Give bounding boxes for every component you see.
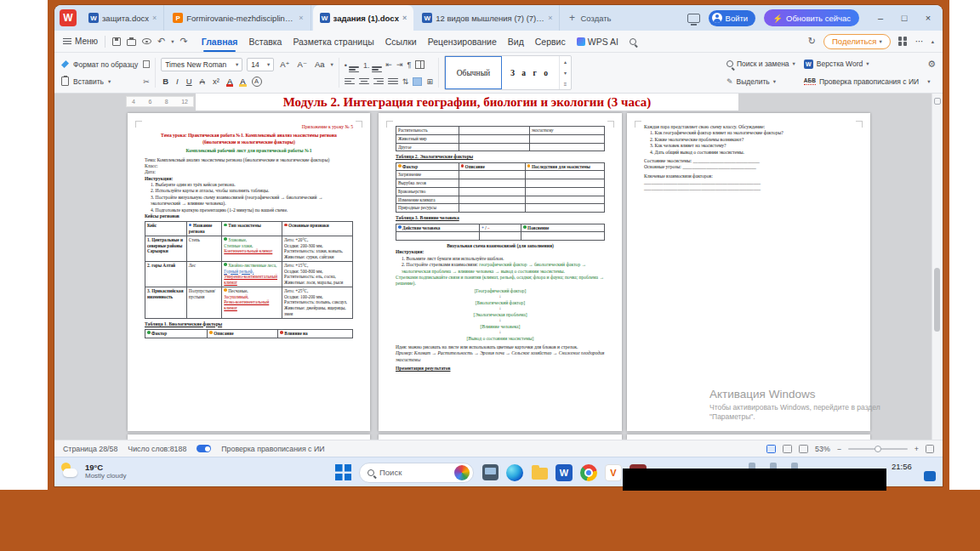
shrink-font-button[interactable]: A⁻ bbox=[296, 60, 309, 69]
tab-home[interactable]: Главная bbox=[202, 37, 238, 47]
fit-page-icon[interactable] bbox=[926, 445, 934, 453]
scroll-up-icon[interactable]: ▴ bbox=[564, 59, 567, 65]
view-mode-web-icon[interactable] bbox=[783, 445, 792, 453]
taskbar-search[interactable]: Поиск bbox=[359, 463, 474, 483]
word-layout-button[interactable]: W Верстка Word ▾ bbox=[804, 56, 919, 72]
document-tab[interactable]: W защита.docx × bbox=[82, 5, 164, 31]
style-heading[interactable]: З а г о bbox=[502, 56, 559, 89]
screens-icon[interactable] bbox=[687, 14, 700, 23]
close-tab-icon[interactable]: × bbox=[299, 14, 303, 22]
search-icon[interactable] bbox=[630, 38, 636, 45]
close-tab-icon[interactable]: × bbox=[548, 14, 552, 22]
align-right-button[interactable] bbox=[373, 78, 384, 84]
find-replace-button[interactable]: Поиск и замена ▾ bbox=[726, 56, 795, 72]
vlc-icon[interactable]: V bbox=[605, 464, 622, 481]
new-tab-button[interactable]: + bbox=[565, 11, 578, 25]
zoom-slider-knob[interactable] bbox=[875, 446, 881, 452]
page-indicator[interactable]: Страница 28/58 bbox=[63, 445, 117, 453]
close-tab-icon[interactable]: × bbox=[152, 14, 157, 22]
borders-button[interactable]: ⊞ bbox=[426, 77, 433, 86]
bullet-list-button[interactable]: • bbox=[345, 56, 359, 73]
paste-button[interactable]: Вставить ▾ bbox=[61, 73, 138, 89]
login-button[interactable]: Войти bbox=[709, 10, 756, 26]
zoom-slider[interactable] bbox=[848, 448, 908, 450]
columns-button[interactable] bbox=[415, 60, 424, 69]
create-label[interactable]: Создать bbox=[580, 14, 611, 23]
page-3[interactable]: Каждая пара представляет свою схему клас… bbox=[627, 113, 870, 431]
shading-button[interactable] bbox=[413, 77, 422, 86]
style-normal[interactable]: Обычный bbox=[445, 56, 502, 89]
font-size-select[interactable]: 14 ▾ bbox=[247, 58, 274, 71]
tab-review[interactable]: Рецензирование bbox=[428, 37, 497, 47]
tab-insert[interactable]: Вставка bbox=[248, 37, 282, 47]
preview-icon[interactable] bbox=[142, 38, 151, 44]
tab-wps-ai[interactable]: WPS AI bbox=[577, 37, 618, 47]
spellcheck-ai-button[interactable]: АБВ Проверка правописания с ИИ bbox=[804, 74, 919, 90]
strikethrough-button[interactable]: A bbox=[198, 77, 207, 86]
underline-button[interactable]: U bbox=[185, 77, 194, 86]
maximize-button[interactable]: □ bbox=[893, 7, 915, 29]
word-count[interactable]: Число слов:8188 bbox=[128, 445, 186, 453]
paragraph-mark-button[interactable]: ¶ bbox=[407, 60, 412, 69]
view-mode-page-icon[interactable] bbox=[766, 445, 776, 453]
styles-scroll[interactable]: ▴ ▾ ≡ bbox=[559, 56, 571, 89]
save-icon[interactable] bbox=[112, 37, 121, 46]
styles-menu-icon[interactable]: ≡ bbox=[564, 82, 567, 87]
zoom-out-button[interactable]: − bbox=[837, 445, 841, 453]
tab-page-layout[interactable]: Разметка страницы bbox=[293, 37, 373, 47]
menu-button[interactable]: Меню bbox=[63, 37, 98, 46]
weather-widget[interactable]: 19°C Mostly cloudy bbox=[60, 461, 126, 481]
align-center-button[interactable] bbox=[359, 78, 369, 84]
page-2[interactable]: Растительностьэкосистему Животный мир Др… bbox=[379, 113, 622, 431]
vertical-scrollbar[interactable] bbox=[934, 268, 940, 332]
notification-badge[interactable] bbox=[924, 471, 936, 481]
bold-button[interactable]: B bbox=[161, 77, 170, 86]
enclose-characters-button[interactable]: A bbox=[252, 77, 262, 87]
more-icon[interactable]: ⋯ bbox=[915, 37, 924, 46]
copy-icon[interactable] bbox=[143, 60, 150, 68]
previous-page-bottom[interactable]: Модуль 2. Интеграция географии, биологии… bbox=[196, 94, 738, 111]
highlight-button[interactable]: A bbox=[238, 77, 247, 86]
edge-icon[interactable] bbox=[506, 464, 523, 481]
spellcheck-toggle[interactable] bbox=[197, 445, 211, 452]
page-1[interactable]: Приложение к уроку № 5 Тема урока: Практ… bbox=[128, 113, 370, 431]
redo-icon[interactable]: ↷ bbox=[180, 36, 188, 47]
zoom-level[interactable]: 53% bbox=[815, 445, 830, 453]
line-spacing-button[interactable]: ⇅ bbox=[402, 77, 409, 86]
tab-references[interactable]: Ссылки bbox=[385, 37, 417, 47]
change-case-button[interactable]: Aa bbox=[313, 60, 327, 69]
sync-icon[interactable]: ↻ bbox=[808, 36, 816, 47]
print-icon[interactable] bbox=[127, 39, 136, 46]
undo-icon[interactable]: ↶ bbox=[157, 36, 165, 47]
share-button[interactable]: Поделиться ▾ bbox=[823, 34, 891, 49]
close-button[interactable]: × bbox=[917, 7, 939, 29]
close-tab-icon[interactable]: × bbox=[402, 14, 407, 22]
tab-view[interactable]: Вид bbox=[508, 37, 524, 47]
monitor-app-icon[interactable] bbox=[482, 464, 499, 480]
italic-button[interactable]: I bbox=[174, 77, 180, 86]
view-mode-outline-icon[interactable] bbox=[799, 445, 808, 453]
wps-logo[interactable]: W bbox=[60, 9, 77, 26]
undo-dropdown-icon[interactable]: ▾ bbox=[171, 38, 174, 45]
font-name-select[interactable]: Times New Roman ▾ bbox=[161, 58, 242, 71]
document-tab[interactable]: P Formirovanie-mezhdisciplinarnoqo-... × bbox=[166, 5, 311, 31]
scroll-down-icon[interactable]: ▾ bbox=[564, 70, 567, 76]
cut-icon[interactable]: ✂ bbox=[143, 77, 150, 86]
minimize-button[interactable]: – bbox=[869, 7, 892, 29]
clock[interactable]: 21:56 bbox=[892, 462, 912, 471]
select-button[interactable]: ✎ Выделить ▾ bbox=[726, 74, 795, 90]
horizontal-ruler[interactable]: 46 812 bbox=[126, 96, 194, 107]
font-color-button[interactable]: A bbox=[225, 77, 234, 86]
document-tab[interactable]: W 12 видов мышления (7) (7).docx × bbox=[415, 5, 560, 31]
collapse-ribbon-icon[interactable]: ▴ bbox=[932, 38, 934, 45]
zoom-in-button[interactable]: + bbox=[914, 445, 919, 453]
layout-grid-icon[interactable] bbox=[898, 37, 908, 46]
document-tab-active[interactable]: W задания (1).docx × bbox=[313, 5, 414, 31]
justify-button[interactable] bbox=[388, 78, 398, 84]
numbered-list-button[interactable]: 1. bbox=[363, 56, 382, 73]
grow-font-button[interactable]: A⁺ bbox=[278, 60, 291, 69]
outdent-button[interactable]: ⇤ bbox=[386, 60, 393, 69]
start-button[interactable] bbox=[335, 464, 351, 480]
align-left-button[interactable] bbox=[345, 78, 355, 84]
superscript-button[interactable]: x² bbox=[211, 77, 221, 86]
